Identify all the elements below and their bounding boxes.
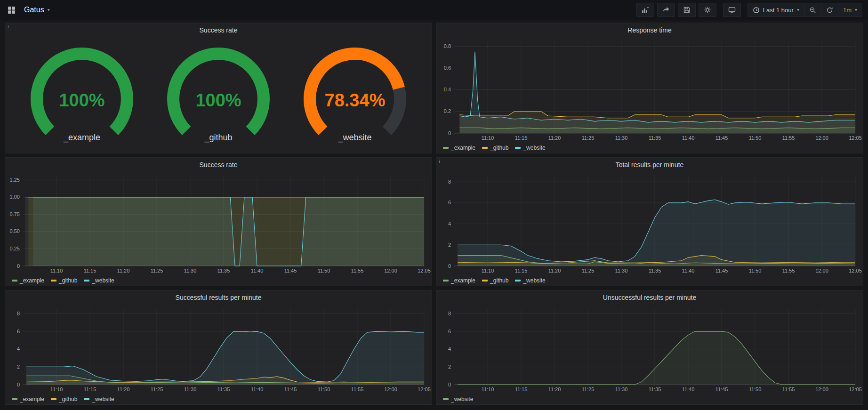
legend: _example_github_website [436, 143, 863, 153]
x-tick-label: 11:10 [482, 135, 494, 141]
legend-item[interactable]: _github [482, 277, 508, 284]
zoom-out-button[interactable] [804, 3, 821, 17]
gauge-canvas: 100%_github [160, 46, 277, 143]
panel-success-rate-timeseries: Success rate 11:1011:1511:2011:2511:3011… [5, 157, 432, 286]
legend-item[interactable]: _example [12, 396, 44, 402]
panel-response-time: Response time 11:1011:1511:2011:2511:301… [436, 23, 863, 153]
y-tick-label: 0.25 [10, 246, 20, 251]
x-tick-label: 11:45 [284, 386, 297, 392]
panel-info-icon[interactable]: i [439, 158, 440, 164]
x-tick-label: 12:05 [849, 135, 862, 141]
y-tick-label: 0.4 [444, 87, 451, 92]
legend-item[interactable]: _github [51, 277, 77, 284]
x-tick-label: 12:05 [849, 386, 862, 392]
chart-canvas[interactable]: 11:1011:1511:2011:2511:3011:3511:4011:45… [5, 305, 432, 394]
y-tick-label: 6 [17, 329, 20, 334]
x-tick-label: 11:20 [117, 268, 130, 273]
legend-item[interactable]: _website [84, 396, 114, 402]
x-tick-label: 11:45 [284, 268, 297, 273]
legend-label: _github [490, 277, 508, 284]
gauge-label: _website [338, 133, 371, 143]
x-tick-label: 11:10 [50, 386, 63, 392]
chart-canvas[interactable]: 11:1011:1511:2011:2511:3011:3511:4011:45… [436, 172, 863, 275]
legend-item[interactable]: _example [12, 277, 44, 284]
panel-title[interactable]: Total results per minute [436, 158, 863, 172]
x-tick-label: 11:20 [548, 268, 561, 273]
panel-title[interactable]: Success rate [5, 23, 432, 37]
series-area [26, 331, 424, 385]
panel-title[interactable]: Success rate [5, 158, 432, 172]
legend-label: _website [92, 277, 114, 284]
x-tick-label: 11:35 [649, 268, 661, 273]
x-tick-label: 12:00 [384, 268, 397, 273]
x-tick-label: 12:00 [384, 386, 397, 392]
gauge: 100%_example [23, 46, 141, 143]
x-tick-label: 11:10 [482, 268, 494, 273]
legend-label: _example [20, 396, 44, 402]
x-tick-label: 11:45 [715, 135, 728, 141]
legend-item[interactable]: _example [443, 277, 475, 284]
navbar: Gatus ▾ Last 1 hour ▾ [0, 0, 868, 20]
time-range-picker[interactable]: Last 1 hour ▾ [747, 3, 804, 17]
refresh-interval-dropdown[interactable]: 1m ▾ [838, 3, 862, 17]
legend-color-icon [51, 280, 56, 281]
legend-item[interactable]: _website [443, 396, 473, 402]
y-tick-label: 2 [17, 364, 20, 370]
refresh-button[interactable] [821, 3, 838, 17]
x-tick-label: 11:55 [782, 268, 795, 273]
chart-canvas[interactable]: 11:1011:1511:2011:2511:3011:3511:4011:45… [5, 172, 432, 275]
chart-canvas[interactable]: 11:1011:1511:2011:2511:3011:3511:4011:45… [436, 305, 863, 394]
total-results-chart[interactable]: 11:1011:1511:2011:2511:3011:3511:4011:45… [436, 172, 863, 275]
time-controls: Last 1 hour ▾ 1m ▾ [747, 3, 862, 17]
add-panel-icon [642, 6, 649, 14]
settings-button[interactable] [699, 3, 716, 17]
zoom-out-icon [809, 7, 816, 14]
legend-item[interactable]: _github [51, 396, 77, 402]
legend-label: _github [59, 396, 77, 402]
panel-title[interactable]: Unsuccessful results per minute [436, 290, 863, 305]
legend-item[interactable]: _example [443, 145, 475, 151]
y-tick-label: 6 [448, 200, 451, 205]
cycle-view-button[interactable] [723, 3, 741, 17]
series-area [458, 331, 855, 385]
y-tick-label: 0.2 [444, 108, 451, 114]
grid-menu-button[interactable] [6, 4, 17, 16]
y-tick-label: 6 [448, 329, 451, 334]
dashboard-title-dropdown[interactable]: Gatus ▾ [21, 4, 53, 16]
x-tick-label: 11:35 [649, 135, 661, 141]
panel-info-icon[interactable]: i [8, 24, 9, 29]
settings-icon [704, 6, 711, 14]
legend-label: _github [490, 145, 508, 151]
panel-title[interactable]: Response time [436, 23, 863, 37]
refresh-icon [826, 7, 833, 14]
legend-color-icon [482, 280, 488, 281]
legend-label: _example [20, 277, 44, 284]
save-button[interactable] [678, 3, 696, 17]
panel-title[interactable]: Successful results per minute [5, 290, 432, 305]
x-tick-label: 11:45 [715, 386, 728, 392]
gauge: 100%_github [160, 46, 277, 143]
legend-color-icon [482, 147, 488, 149]
legend-label: _website [523, 145, 545, 151]
time-range-label: Last 1 hour [763, 7, 794, 14]
unsuccessful-results-chart[interactable]: 11:1011:1511:2011:2511:3011:3511:4011:45… [436, 305, 863, 394]
legend-item[interactable]: _github [482, 145, 508, 151]
gauge-value: 100% [195, 90, 241, 110]
success-rate-chart[interactable]: 11:1011:1511:2011:2511:3011:3511:4011:45… [5, 172, 432, 275]
x-tick-label: 11:50 [749, 386, 762, 392]
y-tick-label: 8 [448, 311, 451, 316]
share-button[interactable] [657, 3, 675, 17]
refresh-interval-label: 1m [843, 7, 852, 14]
legend-item[interactable]: _website [84, 277, 114, 284]
x-tick-label: 11:40 [251, 386, 264, 392]
legend-item[interactable]: _website [515, 277, 545, 284]
gauge-canvas: 78.34%_website [296, 46, 414, 143]
successful-results-chart[interactable]: 11:1011:1511:2011:2511:3011:3511:4011:45… [5, 305, 432, 394]
legend-item[interactable]: _website [515, 145, 545, 151]
chart-canvas[interactable]: 11:1011:1511:2011:2511:3011:3511:4011:45… [436, 37, 863, 143]
series-area [33, 197, 424, 266]
response-time-chart[interactable]: 11:1011:1511:2011:2511:3011:3511:4011:45… [436, 37, 863, 143]
cycle-view-icon [728, 6, 736, 14]
x-tick-label: 11:15 [515, 268, 528, 273]
add-panel-button[interactable] [636, 3, 654, 17]
